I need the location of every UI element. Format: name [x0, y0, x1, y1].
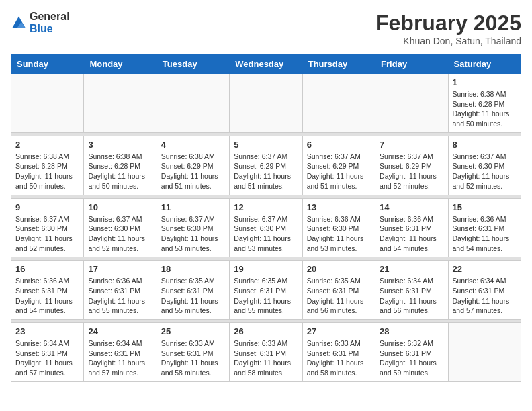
day-number: 3 — [88, 140, 152, 150]
day-number: 28 — [380, 326, 443, 336]
day-number: 15 — [453, 202, 517, 212]
weekday-header-wednesday: Wednesday — [230, 55, 302, 74]
calendar-cell — [84, 74, 157, 133]
calendar-cell: 16Sunrise: 6:36 AM Sunset: 6:31 PM Dayli… — [11, 261, 84, 320]
calendar-week-3: 9Sunrise: 6:37 AM Sunset: 6:30 PM Daylig… — [11, 198, 521, 257]
calendar-week-2: 2Sunrise: 6:38 AM Sunset: 6:28 PM Daylig… — [11, 136, 521, 195]
day-number: 21 — [380, 264, 443, 274]
calendar-cell: 2Sunrise: 6:38 AM Sunset: 6:28 PM Daylig… — [11, 136, 84, 195]
calendar-cell: 23Sunrise: 6:34 AM Sunset: 6:31 PM Dayli… — [11, 323, 84, 382]
calendar-cell — [11, 74, 84, 133]
calendar-cell — [302, 74, 375, 133]
day-number: 13 — [307, 202, 371, 212]
day-info: Sunrise: 6:37 AM Sunset: 6:30 PM Dayligh… — [453, 152, 517, 191]
calendar-cell: 5Sunrise: 6:37 AM Sunset: 6:29 PM Daylig… — [230, 136, 302, 195]
calendar-cell: 21Sunrise: 6:34 AM Sunset: 6:31 PM Dayli… — [375, 261, 448, 320]
day-info: Sunrise: 6:36 AM Sunset: 6:31 PM Dayligh… — [453, 214, 517, 254]
day-info: Sunrise: 6:36 AM Sunset: 6:31 PM Dayligh… — [15, 276, 79, 316]
calendar-cell: 24Sunrise: 6:34 AM Sunset: 6:31 PM Dayli… — [84, 323, 157, 382]
day-number: 1 — [453, 77, 517, 87]
calendar-cell: 25Sunrise: 6:33 AM Sunset: 6:31 PM Dayli… — [157, 323, 229, 382]
calendar-cell: 10Sunrise: 6:37 AM Sunset: 6:30 PM Dayli… — [84, 198, 157, 257]
day-info: Sunrise: 6:35 AM Sunset: 6:31 PM Dayligh… — [161, 276, 225, 316]
calendar-cell: 20Sunrise: 6:35 AM Sunset: 6:31 PM Dayli… — [302, 261, 375, 320]
day-info: Sunrise: 6:34 AM Sunset: 6:31 PM Dayligh… — [453, 276, 517, 316]
weekday-header-row: SundayMondayTuesdayWednesdayThursdayFrid… — [11, 55, 521, 74]
month-year-title: February 2025 — [375, 11, 521, 36]
logo-general: General — [30, 11, 70, 23]
weekday-header-tuesday: Tuesday — [157, 55, 229, 74]
logo-blue: Blue — [30, 23, 70, 35]
weekday-header-friday: Friday — [375, 55, 448, 74]
day-number: 14 — [380, 202, 443, 212]
day-number: 16 — [15, 264, 79, 274]
day-number: 18 — [161, 264, 225, 274]
calendar-cell: 19Sunrise: 6:35 AM Sunset: 6:31 PM Dayli… — [230, 261, 302, 320]
calendar-cell: 18Sunrise: 6:35 AM Sunset: 6:31 PM Dayli… — [157, 261, 229, 320]
weekday-header-monday: Monday — [84, 55, 157, 74]
calendar-cell: 17Sunrise: 6:36 AM Sunset: 6:31 PM Dayli… — [84, 261, 157, 320]
day-info: Sunrise: 6:37 AM Sunset: 6:30 PM Dayligh… — [234, 214, 298, 254]
day-number: 7 — [380, 140, 443, 150]
day-info: Sunrise: 6:38 AM Sunset: 6:28 PM Dayligh… — [453, 89, 517, 129]
day-info: Sunrise: 6:32 AM Sunset: 6:31 PM Dayligh… — [380, 338, 443, 378]
day-info: Sunrise: 6:34 AM Sunset: 6:31 PM Dayligh… — [380, 276, 443, 316]
day-info: Sunrise: 6:35 AM Sunset: 6:31 PM Dayligh… — [234, 276, 298, 316]
weekday-header-saturday: Saturday — [448, 55, 521, 74]
day-number: 25 — [161, 326, 225, 336]
calendar-cell — [230, 74, 302, 133]
day-info: Sunrise: 6:37 AM Sunset: 6:30 PM Dayligh… — [88, 214, 152, 254]
day-number: 4 — [161, 140, 225, 150]
calendar-cell: 6Sunrise: 6:37 AM Sunset: 6:29 PM Daylig… — [302, 136, 375, 195]
calendar-week-5: 23Sunrise: 6:34 AM Sunset: 6:31 PM Dayli… — [11, 323, 521, 382]
calendar-cell: 14Sunrise: 6:36 AM Sunset: 6:31 PM Dayli… — [375, 198, 448, 257]
day-info: Sunrise: 6:37 AM Sunset: 6:30 PM Dayligh… — [15, 214, 79, 254]
location-subtitle: Khuan Don, Satun, Thailand — [375, 36, 521, 46]
day-info: Sunrise: 6:33 AM Sunset: 6:31 PM Dayligh… — [234, 338, 298, 378]
calendar-table: SundayMondayTuesdayWednesdayThursdayFrid… — [11, 54, 521, 382]
day-info: Sunrise: 6:36 AM Sunset: 6:31 PM Dayligh… — [88, 276, 152, 316]
weekday-header-thursday: Thursday — [302, 55, 375, 74]
weekday-header-sunday: Sunday — [11, 55, 84, 74]
day-info: Sunrise: 6:33 AM Sunset: 6:31 PM Dayligh… — [307, 338, 371, 378]
day-number: 17 — [88, 264, 152, 274]
day-number: 9 — [15, 202, 79, 212]
day-number: 6 — [307, 140, 371, 150]
day-info: Sunrise: 6:35 AM Sunset: 6:31 PM Dayligh… — [307, 276, 371, 316]
calendar-cell — [157, 74, 229, 133]
day-info: Sunrise: 6:37 AM Sunset: 6:30 PM Dayligh… — [161, 214, 225, 254]
day-info: Sunrise: 6:38 AM Sunset: 6:28 PM Dayligh… — [88, 152, 152, 191]
calendar-cell: 26Sunrise: 6:33 AM Sunset: 6:31 PM Dayli… — [230, 323, 302, 382]
generalblue-icon — [11, 15, 27, 31]
day-number: 26 — [234, 326, 298, 336]
day-info: Sunrise: 6:36 AM Sunset: 6:31 PM Dayligh… — [380, 214, 443, 254]
day-info: Sunrise: 6:38 AM Sunset: 6:28 PM Dayligh… — [15, 152, 79, 191]
calendar-week-4: 16Sunrise: 6:36 AM Sunset: 6:31 PM Dayli… — [11, 261, 521, 320]
day-number: 24 — [88, 326, 152, 336]
day-info: Sunrise: 6:33 AM Sunset: 6:31 PM Dayligh… — [161, 338, 225, 378]
day-info: Sunrise: 6:36 AM Sunset: 6:30 PM Dayligh… — [307, 214, 371, 254]
day-number: 22 — [453, 264, 517, 274]
day-info: Sunrise: 6:37 AM Sunset: 6:29 PM Dayligh… — [234, 152, 298, 191]
day-number: 5 — [234, 140, 298, 150]
day-number: 10 — [88, 202, 152, 212]
day-number: 8 — [453, 140, 517, 150]
day-info: Sunrise: 6:34 AM Sunset: 6:31 PM Dayligh… — [15, 338, 79, 378]
calendar-cell: 4Sunrise: 6:38 AM Sunset: 6:29 PM Daylig… — [157, 136, 229, 195]
calendar-cell: 9Sunrise: 6:37 AM Sunset: 6:30 PM Daylig… — [11, 198, 84, 257]
day-number: 2 — [15, 140, 79, 150]
day-number: 20 — [307, 264, 371, 274]
calendar-cell: 13Sunrise: 6:36 AM Sunset: 6:30 PM Dayli… — [302, 198, 375, 257]
day-number: 12 — [234, 202, 298, 212]
calendar-cell — [375, 74, 448, 133]
day-number: 11 — [161, 202, 225, 212]
calendar-cell: 12Sunrise: 6:37 AM Sunset: 6:30 PM Dayli… — [230, 198, 302, 257]
title-block: February 2025 Khuan Don, Satun, Thailand — [375, 11, 521, 46]
calendar-cell: 15Sunrise: 6:36 AM Sunset: 6:31 PM Dayli… — [448, 198, 521, 257]
calendar-cell: 22Sunrise: 6:34 AM Sunset: 6:31 PM Dayli… — [448, 261, 521, 320]
page-header: General Blue February 2025 Khuan Don, Sa… — [11, 11, 521, 46]
day-info: Sunrise: 6:37 AM Sunset: 6:29 PM Dayligh… — [380, 152, 443, 191]
calendar-cell: 11Sunrise: 6:37 AM Sunset: 6:30 PM Dayli… — [157, 198, 229, 257]
calendar-cell — [448, 323, 521, 382]
calendar-cell: 8Sunrise: 6:37 AM Sunset: 6:30 PM Daylig… — [448, 136, 521, 195]
